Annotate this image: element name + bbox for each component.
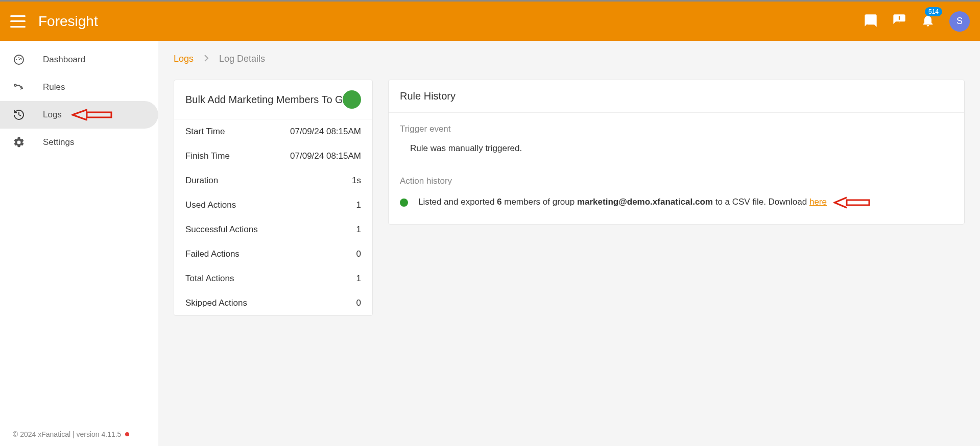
action-text-pre: Listed and exported bbox=[418, 197, 497, 207]
detail-value: 0 bbox=[356, 298, 361, 308]
breadcrumb-current: Log Details bbox=[219, 54, 265, 64]
footer-text: © 2024 xFanatical | version 4.11.5 bbox=[13, 430, 121, 438]
detail-value: 1 bbox=[356, 225, 361, 235]
detail-row-total: Total Actions 1 bbox=[174, 266, 372, 291]
detail-value: 07/09/24 08:15AM bbox=[290, 127, 361, 137]
details-card-header: Bulk Add Marketing Members To Go bbox=[174, 80, 372, 119]
sidebar-item-label: Logs bbox=[43, 110, 62, 120]
history-card-title: Rule History bbox=[400, 90, 456, 102]
gear-icon bbox=[13, 136, 25, 148]
details-card-title: Bulk Add Marketing Members To Go bbox=[185, 94, 348, 106]
log-details-card: Bulk Add Marketing Members To Go Start T… bbox=[174, 80, 373, 316]
detail-row-failed: Failed Actions 0 bbox=[174, 242, 372, 266]
notification-badge: 514 bbox=[925, 7, 942, 16]
rules-icon bbox=[13, 81, 25, 93]
detail-value: 1 bbox=[356, 200, 361, 210]
detail-value: 1s bbox=[352, 176, 361, 186]
rule-history-card: Rule History Trigger event Rule was manu… bbox=[388, 80, 965, 225]
action-history-row: Listed and exported 6 members of group m… bbox=[389, 190, 964, 224]
action-success-icon bbox=[400, 199, 408, 207]
dashboard-icon bbox=[13, 54, 25, 66]
logs-icon bbox=[13, 109, 25, 121]
action-text-post: to a CSV file. Download bbox=[713, 197, 809, 207]
detail-label: Total Actions bbox=[185, 274, 234, 284]
status-dot-icon bbox=[125, 432, 129, 436]
app-header: Foresight 514 S bbox=[0, 0, 980, 41]
sidebar-item-dashboard[interactable]: Dashboard bbox=[0, 46, 158, 73]
menu-icon[interactable] bbox=[10, 15, 26, 28]
sidebar-item-settings[interactable]: Settings bbox=[0, 129, 158, 156]
action-history-text: Listed and exported 6 members of group m… bbox=[418, 195, 870, 209]
svg-point-1 bbox=[14, 84, 16, 86]
detail-value: 0 bbox=[356, 249, 361, 259]
status-success-icon bbox=[343, 90, 361, 109]
detail-label: Skipped Actions bbox=[185, 298, 247, 308]
detail-label: Duration bbox=[185, 176, 218, 186]
detail-label: Used Actions bbox=[185, 200, 236, 210]
sidebar-item-label: Dashboard bbox=[43, 55, 85, 65]
detail-row-start: Start Time 07/09/24 08:15AM bbox=[174, 119, 372, 144]
action-member-count: 6 bbox=[497, 197, 501, 207]
detail-label: Failed Actions bbox=[185, 249, 240, 259]
trigger-event-label: Trigger event bbox=[389, 113, 964, 138]
sidebar-item-rules[interactable]: Rules bbox=[0, 73, 158, 101]
action-group-email: marketing@demo.xfanatical.com bbox=[577, 197, 713, 207]
notifications-icon[interactable]: 514 bbox=[921, 13, 935, 30]
history-card-header: Rule History bbox=[389, 80, 964, 113]
detail-label: Start Time bbox=[185, 127, 225, 137]
sidebar-item-label: Settings bbox=[43, 137, 74, 147]
sidebar-item-logs[interactable]: Logs bbox=[0, 101, 158, 129]
main-content: Logs Log Details Bulk Add Marketing Memb… bbox=[158, 41, 980, 446]
breadcrumb: Logs Log Details bbox=[174, 54, 965, 64]
breadcrumb-link-logs[interactable]: Logs bbox=[174, 54, 194, 64]
detail-row-used: Used Actions 1 bbox=[174, 193, 372, 217]
detail-row-successful: Successful Actions 1 bbox=[174, 217, 372, 242]
header-actions: 514 S bbox=[864, 11, 970, 32]
chat-icon[interactable] bbox=[864, 13, 878, 30]
svg-rect-2 bbox=[87, 112, 111, 117]
arrow-annotation-icon bbox=[833, 195, 870, 209]
app-title: Foresight bbox=[38, 13, 98, 30]
download-link[interactable]: here bbox=[809, 197, 827, 207]
sidebar-item-label: Rules bbox=[43, 82, 65, 92]
sidebar: Dashboard Rules Logs Settings © 2024 xFa… bbox=[0, 41, 158, 446]
footer: © 2024 xFanatical | version 4.11.5 bbox=[0, 423, 158, 446]
detail-value: 1 bbox=[356, 274, 361, 284]
trigger-event-text: Rule was manually triggered. bbox=[389, 138, 964, 165]
svg-rect-3 bbox=[847, 200, 869, 205]
avatar[interactable]: S bbox=[949, 11, 970, 32]
detail-label: Successful Actions bbox=[185, 225, 258, 235]
detail-row-skipped: Skipped Actions 0 bbox=[174, 291, 372, 315]
action-text-mid: members of group bbox=[502, 197, 577, 207]
detail-row-duration: Duration 1s bbox=[174, 168, 372, 193]
detail-value: 07/09/24 08:15AM bbox=[290, 151, 361, 161]
detail-label: Finish Time bbox=[185, 151, 230, 161]
feedback-icon[interactable] bbox=[892, 13, 906, 30]
arrow-annotation-icon bbox=[71, 108, 112, 122]
action-history-label: Action history bbox=[389, 165, 964, 190]
chevron-right-icon bbox=[204, 54, 209, 64]
detail-row-finish: Finish Time 07/09/24 08:15AM bbox=[174, 144, 372, 168]
